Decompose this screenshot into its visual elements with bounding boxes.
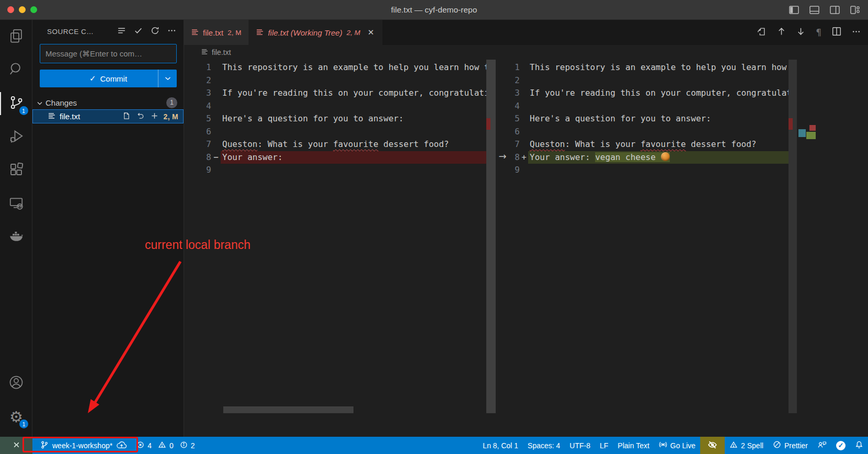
spell-checker-item[interactable]: 2 Spell [725, 437, 768, 454]
code-text [528, 74, 795, 87]
code-text: Here's a question for you to answer: [221, 112, 486, 126]
line-number: 5 [184, 112, 211, 126]
render-whitespace-icon[interactable]: ¶ [816, 27, 821, 38]
open-file-icon[interactable] [122, 112, 130, 121]
refresh-icon[interactable] [151, 26, 159, 37]
feedback-item[interactable] [813, 437, 831, 454]
open-changes-icon[interactable] [757, 27, 767, 39]
diff-line: 7Queston: What is your favourite dessert… [496, 138, 868, 151]
breadcrumb[interactable]: file.txt [184, 45, 868, 60]
check-icon: ✓ [89, 74, 96, 83]
next-change-icon[interactable] [796, 27, 805, 38]
waffle-emoji [661, 152, 670, 161]
activity-search[interactable] [0, 53, 32, 87]
eol-item[interactable]: LF [595, 437, 613, 454]
commit-check-icon[interactable] [134, 26, 143, 37]
circle-slash-icon [773, 440, 781, 450]
problems-status-item[interactable]: 4 0 2 [132, 437, 202, 454]
tab-label: file.txt (Working Tree) [268, 28, 342, 37]
right-scrollbar[interactable] [789, 60, 797, 413]
cloud-upload-icon [116, 441, 127, 450]
previous-change-icon[interactable] [777, 27, 786, 38]
info-icon [180, 441, 188, 450]
file-icon [201, 48, 208, 56]
watch-disabled-item[interactable] [700, 437, 725, 454]
close-window-button[interactable] [7, 6, 14, 13]
commit-button[interactable]: ✓ Commit [40, 70, 177, 87]
commit-dropdown-button[interactable] [158, 70, 177, 87]
minimize-window-button[interactable] [19, 6, 26, 13]
vscode-window: file.txt — cyf-demo-repo 1 [0, 0, 868, 454]
diff-line: 4 [496, 100, 868, 113]
more-actions-icon[interactable] [167, 26, 176, 37]
activity-settings[interactable]: ⚙ 1 [0, 400, 32, 434]
line-number: 2 [496, 74, 520, 87]
close-tab-icon[interactable]: ✕ [368, 28, 374, 37]
horizontal-scrollbar[interactable] [223, 406, 353, 413]
line-number: 2 [184, 74, 211, 87]
activity-bar: 1 ⚙ 1 [0, 20, 32, 437]
activity-accounts[interactable] [0, 367, 32, 400]
tab-file-txt-working-tree[interactable]: file.txt (Working Tree) 2, M ✕ [249, 20, 382, 45]
backup-sync-item[interactable]: ✓ [831, 437, 850, 454]
extensions-icon [8, 162, 24, 179]
encoding-item[interactable]: UTF-8 [565, 437, 595, 454]
overview-removed-mark [789, 118, 793, 130]
search-icon [8, 61, 24, 79]
indentation-item[interactable]: Spaces: 4 [523, 437, 565, 454]
changes-section-header[interactable]: Changes 1 [32, 96, 184, 109]
diff-line: 2 [184, 74, 496, 87]
changed-file-row[interactable]: file.txt 2, M [32, 109, 184, 123]
diff-line: 8−Your answer: [184, 151, 496, 164]
warning-count: 0 [169, 441, 174, 450]
diff-sign [520, 100, 528, 113]
branch-status-item[interactable]: week-1-workshop* [36, 437, 132, 454]
go-live-item[interactable]: Go Live [654, 437, 700, 454]
prettier-item[interactable]: Prettier [768, 437, 813, 454]
code-text [528, 100, 795, 113]
left-scrollbar[interactable] [486, 60, 496, 413]
activity-source-control[interactable]: 1 [0, 87, 32, 120]
language-mode-item[interactable]: Plain Text [613, 437, 654, 454]
breadcrumb-item: file.txt [212, 48, 231, 56]
activity-remote-explorer[interactable] [0, 187, 32, 221]
view-as-tree-icon[interactable] [117, 26, 126, 37]
activity-extensions[interactable] [0, 154, 32, 187]
activity-run-debug[interactable] [0, 120, 32, 154]
status-bar: week-1-workshop* 4 0 2 Ln 8, Col 1 Space… [0, 437, 868, 454]
window-title: file.txt — cyf-demo-repo [0, 5, 868, 15]
diff-sign [211, 126, 221, 139]
cursor-position-item[interactable]: Ln 8, Col 1 [478, 437, 523, 454]
commit-message-input[interactable] [40, 44, 177, 63]
split-editor-icon[interactable] [832, 27, 841, 38]
diff-sign [520, 112, 528, 126]
line-number: 5 [496, 112, 520, 126]
code-text [528, 164, 795, 177]
settings-badge: 1 [19, 419, 28, 428]
code-text: Your answer: vegan cheese [528, 151, 795, 164]
stage-changes-icon[interactable] [151, 112, 158, 121]
diff-sign: − [211, 151, 221, 164]
toggle-primary-sidebar-icon[interactable] [789, 6, 799, 14]
code-text: Queston: What is your favourite dessert … [221, 138, 486, 151]
activity-explorer[interactable] [0, 20, 32, 53]
notifications-item[interactable] [850, 437, 868, 454]
panel-title: SOURCE C… [47, 28, 117, 36]
remote-icon [12, 440, 21, 451]
line-number: 7 [184, 138, 211, 151]
diff-modified-pane[interactable]: → 1This repository is an example to help… [496, 60, 868, 437]
toggle-secondary-sidebar-icon[interactable] [830, 6, 840, 14]
discard-changes-icon[interactable] [136, 112, 144, 121]
remote-indicator[interactable] [0, 437, 32, 454]
customize-layout-icon[interactable] [850, 6, 860, 14]
toggle-panel-icon[interactable] [809, 6, 819, 14]
maximize-window-button[interactable] [30, 6, 37, 13]
chevron-down-icon [37, 98, 43, 107]
more-actions-icon[interactable] [852, 27, 861, 38]
activity-docker[interactable] [0, 221, 32, 254]
diff-line: 9 [184, 164, 496, 177]
diff-line: 3If you're reading this on your computer… [184, 87, 496, 100]
tab-bar: file.txt 2, M file.txt (Working Tree) 2,… [184, 20, 868, 45]
tab-file-txt[interactable]: file.txt 2, M [184, 20, 249, 45]
diff-sign [520, 74, 528, 87]
